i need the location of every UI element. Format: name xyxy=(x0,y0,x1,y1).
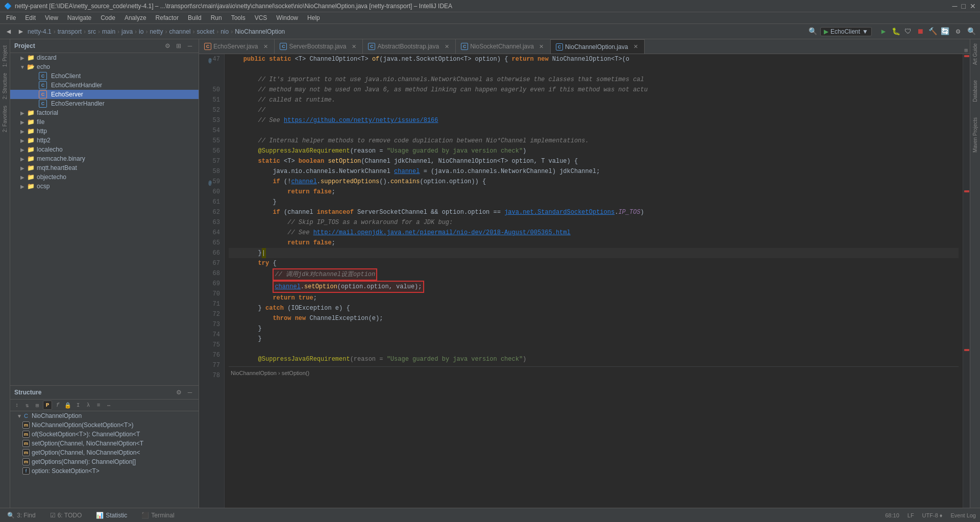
menu-navigate[interactable]: Navigate xyxy=(63,13,95,22)
menu-help[interactable]: Help xyxy=(303,13,324,22)
bottom-tab-terminal[interactable]: ⬛ Terminal xyxy=(138,511,177,520)
project-close-btn[interactable]: ─ xyxy=(185,41,194,51)
search-btn[interactable]: 🔍 xyxy=(966,26,977,37)
structure-class-item[interactable]: ▼ C NioChannelOption xyxy=(10,411,199,420)
right-panel-artguide[interactable]: Art Guide xyxy=(972,43,978,65)
tab-close-echoserver[interactable]: ✕ xyxy=(262,43,269,50)
tree-item-echoclient[interactable]: C EchoClient xyxy=(10,71,199,81)
breadcrumb-io[interactable]: io xyxy=(139,28,143,35)
structure-more-btn[interactable]: ⋯ xyxy=(104,401,113,410)
structure-getoptions-method[interactable]: m getOptions(Channel): ChannelOption[] xyxy=(10,457,199,466)
breadcrumb-transport[interactable]: transport xyxy=(58,28,82,35)
settings-btn[interactable]: ⚙ xyxy=(952,26,964,37)
tree-item-file[interactable]: ▶ 📁 file xyxy=(10,117,199,127)
build-btn[interactable]: 🔨 xyxy=(927,26,938,37)
breadcrumb-src[interactable]: src xyxy=(88,28,96,35)
close-btn[interactable]: ✕ xyxy=(970,2,976,10)
tree-item-localecho[interactable]: ▶ 📁 localecho xyxy=(10,145,199,154)
structure-option-field[interactable]: f option: SocketOption<T> xyxy=(10,466,199,476)
menu-tools[interactable]: Tools xyxy=(227,13,250,22)
tree-item-http2[interactable]: ▶ 📁 http2 xyxy=(10,136,199,145)
menu-edit[interactable]: Edit xyxy=(21,13,40,22)
menu-run[interactable]: Run xyxy=(207,13,226,22)
run-config-selector[interactable]: ▶ EchoClient ▼ xyxy=(820,27,872,36)
structure-getoption-method[interactable]: m getOption(Channel, NioChannelOption< xyxy=(10,448,199,457)
structure-settings-btn[interactable]: ⚙ xyxy=(174,388,183,397)
breadcrumb-netty[interactable]: netty-4.1 xyxy=(28,28,52,35)
right-panel-maven[interactable]: Maven Projects xyxy=(972,117,978,153)
tree-item-echoserverhandler[interactable]: C EchoServerHandler xyxy=(10,99,199,108)
bottom-tab-todo[interactable]: ☑ 6: TODO xyxy=(47,511,85,520)
menu-vcs[interactable]: VCS xyxy=(251,13,272,22)
tree-item-mqtt[interactable]: ▶ 📁 mqtt.heartBeat xyxy=(10,163,199,172)
tree-item-echoserver[interactable]: C EchoServer xyxy=(10,90,199,99)
search-everywhere-btn[interactable]: 🔍 xyxy=(807,26,818,37)
structure-close-btn[interactable]: ─ xyxy=(185,388,194,397)
menu-file[interactable]: File xyxy=(2,13,20,22)
back-btn[interactable]: ◀ xyxy=(3,26,14,37)
project-gear-btn[interactable]: ⊞ xyxy=(174,41,183,51)
tree-item-ocsp[interactable]: ▶ 📁 ocsp xyxy=(10,182,199,191)
tab-close-niosocketchannel[interactable]: ✕ xyxy=(538,43,545,50)
structure-tab-vertical[interactable]: 2: Structure xyxy=(1,71,9,102)
sync-btn[interactable]: 🔄 xyxy=(939,26,950,37)
bottom-tab-find[interactable]: 🔍 3: Find xyxy=(4,511,39,520)
structure-constructor[interactable]: m NioChannelOption(SocketOption<T>) xyxy=(10,420,199,430)
favorites-tab-vertical[interactable]: 2: Favorites xyxy=(1,104,9,134)
breadcrumb-socket[interactable]: socket xyxy=(197,28,215,35)
bottom-tab-statistic[interactable]: 📊 Statistic xyxy=(93,511,130,520)
tab-niosocketchannel[interactable]: C NioSocketChannel.java ✕ xyxy=(456,39,551,54)
breadcrumb-class[interactable]: NioChannelOption xyxy=(235,28,285,35)
maximize-btn[interactable]: □ xyxy=(962,2,966,10)
tree-item-echo[interactable]: ▼ 📂 echo xyxy=(10,62,199,71)
menu-view[interactable]: View xyxy=(41,13,62,22)
sort-order-btn[interactable]: ⇅ xyxy=(22,401,32,410)
filter-field-btn[interactable]: f xyxy=(53,401,62,410)
menu-build[interactable]: Build xyxy=(184,13,206,22)
breadcrumb-netty2[interactable]: netty xyxy=(150,28,163,35)
tree-item-objectecho[interactable]: ▶ 📁 objectecho xyxy=(10,172,199,182)
tab-serverbootstrap[interactable]: C ServerBootstrap.java ✕ xyxy=(275,39,363,54)
filter-lambda-btn[interactable]: λ xyxy=(84,401,93,410)
tree-item-memcache[interactable]: ▶ 📁 memcache.binary xyxy=(10,154,199,163)
filter-indent-btn[interactable]: ≡ xyxy=(94,401,103,410)
run-btn[interactable]: ▶ xyxy=(878,26,889,37)
breadcrumb-main[interactable]: main xyxy=(102,28,115,35)
tab-close-serverbootstrap[interactable]: ✕ xyxy=(350,43,357,50)
filter-inh-btn[interactable]: I xyxy=(74,401,83,410)
project-settings-btn[interactable]: ⚙ xyxy=(163,41,172,51)
filter-lock-btn[interactable]: 🔒 xyxy=(63,401,72,410)
code-content[interactable]: public static <T> ChannelOption<T> of(ja… xyxy=(225,54,963,508)
tab-close-niochanneloption[interactable]: ✕ xyxy=(632,43,639,51)
tree-item-discard[interactable]: ▶ 📁 discard xyxy=(10,53,199,62)
forward-btn[interactable]: ▶ xyxy=(15,26,27,37)
menu-refactor[interactable]: Refactor xyxy=(152,13,183,22)
breadcrumb-nio[interactable]: nio xyxy=(220,28,229,35)
coverage-btn[interactable]: 🛡 xyxy=(902,26,914,37)
tree-item-factorial[interactable]: ▶ 📁 factorial xyxy=(10,108,199,117)
tab-niochanneloption[interactable]: C NioChannelOption.java ✕ xyxy=(551,39,645,54)
breadcrumb-java[interactable]: java xyxy=(121,28,133,35)
debug-btn[interactable]: 🐛 xyxy=(890,26,901,37)
minimize-btn[interactable]: ─ xyxy=(952,2,958,10)
window-controls[interactable]: ─ □ ✕ xyxy=(952,2,976,10)
structure-setoption-method[interactable]: m setOption(Channel, NioChannelOption<T xyxy=(10,439,199,448)
sort-alpha-btn[interactable]: ↕ xyxy=(12,401,21,410)
tree-item-http[interactable]: ▶ 📁 http xyxy=(10,127,199,136)
tab-echoserver[interactable]: C EchoServer.java ✕ xyxy=(199,39,275,54)
tree-item-echoclienthandler[interactable]: C EchoClientHandler xyxy=(10,81,199,90)
tab-close-abstractbootstrap[interactable]: ✕ xyxy=(443,43,450,50)
menu-analyze[interactable]: Analyze xyxy=(120,13,151,22)
tab-expand-btn[interactable]: ⊞ xyxy=(964,47,970,54)
stop-btn[interactable]: ⏹ xyxy=(915,26,926,37)
expand-all-btn[interactable]: ⊞ xyxy=(33,401,42,410)
menu-code[interactable]: Code xyxy=(96,13,119,22)
tab-abstractbootstrap[interactable]: C AbstractBootstrap.java ✕ xyxy=(363,39,456,54)
menu-window[interactable]: Window xyxy=(272,13,302,22)
structure-of-method[interactable]: m of(SocketOption<T>): ChannelOption<T xyxy=(10,430,199,439)
breadcrumb-channel[interactable]: channel xyxy=(169,28,190,35)
project-tab-vertical[interactable]: 1: Project xyxy=(1,43,9,69)
right-panel-database[interactable]: Database xyxy=(972,80,978,102)
filter-public-btn[interactable]: P xyxy=(43,401,52,410)
event-log[interactable]: Event Log xyxy=(950,512,976,518)
